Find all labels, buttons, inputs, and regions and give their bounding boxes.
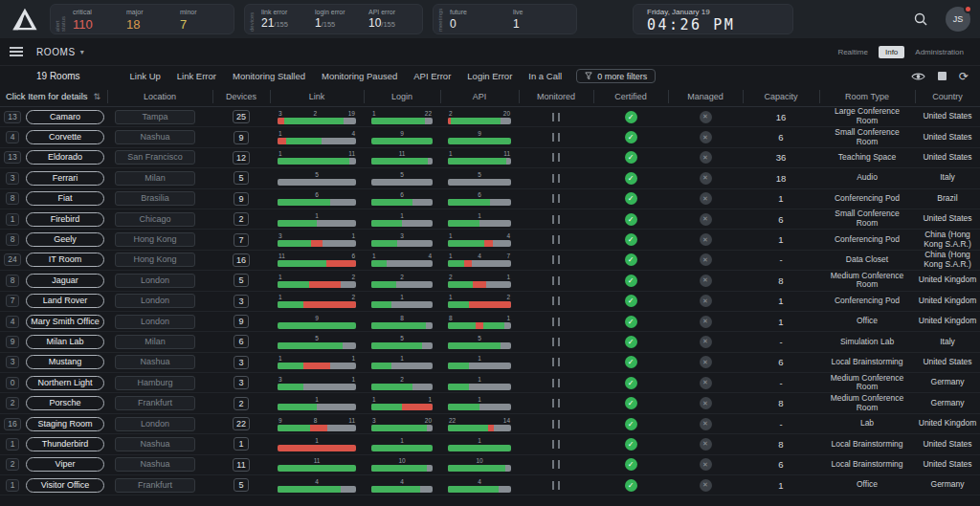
certified-check-icon: ✓ bbox=[625, 151, 637, 164]
room-type-label: Data Closet bbox=[819, 251, 915, 270]
login-status-bar: 1 bbox=[364, 292, 440, 311]
column-room-type[interactable]: Room Type bbox=[819, 92, 915, 101]
table-row[interactable]: 13 Eldorado San Francisco 12 111 11 111 … bbox=[0, 148, 980, 168]
room-name-button[interactable]: Eldorado bbox=[26, 150, 104, 165]
table-row[interactable]: 9 Milan Lab Milan 6 5 5 5 ✓ ✕ - Simulati… bbox=[0, 332, 980, 352]
critical-value: 110 bbox=[73, 18, 115, 31]
table-row[interactable]: 4 Mary Smith Office London 9 9 8 81 ✓ ✕ … bbox=[0, 312, 980, 332]
column-certified[interactable]: Certified bbox=[593, 92, 668, 101]
stat-api-error[interactable]: API error 10/155 bbox=[363, 7, 416, 32]
location-label: Milan bbox=[115, 171, 195, 186]
link-error-label: link error bbox=[261, 9, 303, 15]
stat-link-error[interactable]: link error 21/155 bbox=[256, 7, 309, 32]
table-row[interactable]: 8 Fiat Brasilia 9 6 6 6 ✓ ✕ 1 Conferenci… bbox=[0, 189, 980, 209]
rooms-table: Click Item for details⇅ Location Devices… bbox=[0, 86, 980, 495]
alert-count-badge: 1 bbox=[6, 438, 19, 451]
stat-live-meetings[interactable]: live 1 bbox=[507, 7, 570, 32]
not-managed-icon: ✕ bbox=[700, 295, 712, 307]
refresh-icon[interactable]: ⟳ bbox=[959, 71, 969, 82]
filter-monitoring-stalled[interactable]: Monitoring Stalled bbox=[233, 71, 305, 81]
critical-label: critical bbox=[73, 9, 115, 15]
not-managed-icon: ✕ bbox=[700, 377, 712, 389]
certified-check-icon: ✓ bbox=[625, 418, 637, 430]
room-name-button[interactable]: Ferrari bbox=[26, 171, 104, 186]
stop-square-icon[interactable] bbox=[938, 72, 947, 80]
monitoring-paused-icon bbox=[552, 153, 560, 162]
location-label: Milan bbox=[115, 335, 195, 349]
room-name-button[interactable]: Mary Smith Office bbox=[26, 315, 104, 329]
table-row[interactable]: 7 Land Rover London 3 12 1 12 ✓ ✕ 1 Conf… bbox=[0, 292, 980, 312]
tab-realtime[interactable]: Realtime bbox=[831, 46, 875, 58]
stat-major[interactable]: major 18 bbox=[121, 7, 174, 32]
room-name-button[interactable]: Northern Light bbox=[26, 376, 104, 390]
filter-link-up[interactable]: Link Up bbox=[130, 71, 161, 81]
devices-count: 3 bbox=[234, 356, 249, 369]
devices-count: 11 bbox=[233, 458, 249, 472]
table-row[interactable]: 2 Porsche Frankfurt 2 1 11 1 ✓ ✕ 8 Mediu… bbox=[0, 393, 980, 413]
table-row[interactable]: 4 Corvette Nashua 9 14 9 9 ✓ ✕ 6 Small C… bbox=[0, 127, 980, 147]
column-login[interactable]: Login bbox=[364, 92, 440, 101]
filter-chips: Link Up Link Error Monitoring Stalled Mo… bbox=[130, 71, 563, 81]
table-row[interactable]: 3 Ferrari Milan 5 5 5 5 ✓ ✕ 18 Audio Ita… bbox=[0, 168, 980, 188]
avatar[interactable]: JS bbox=[946, 7, 970, 32]
room-name-button[interactable]: Visitor Office bbox=[26, 478, 104, 493]
column-location[interactable]: Location bbox=[107, 92, 212, 101]
menu-icon[interactable] bbox=[10, 45, 23, 59]
room-name-button[interactable]: Fiat bbox=[26, 191, 104, 206]
room-name-button[interactable]: Viper bbox=[26, 457, 104, 472]
not-managed-icon: ✕ bbox=[700, 316, 712, 328]
table-row[interactable]: 8 Geely Hong Kong 7 31 3 14 ✓ ✕ 1 Confer… bbox=[0, 230, 980, 250]
stat-login-error[interactable]: login error 1/155 bbox=[309, 7, 363, 32]
table-row[interactable]: 1 Thunderbird Nashua 1 1 1 1 ✓ ✕ 8 Local… bbox=[0, 434, 980, 454]
room-name-button[interactable]: Corvette bbox=[26, 130, 104, 144]
table-row[interactable]: 3 Mustang Nashua 3 11 1 1 ✓ ✕ 6 Local Br… bbox=[0, 353, 980, 373]
rooms-dropdown[interactable]: ROOMS ▾ bbox=[36, 47, 84, 57]
table-row[interactable]: 1 Firebird Chicago 2 1 1 1 ✓ ✕ 6 Small C… bbox=[0, 209, 980, 230]
room-name-button[interactable]: Porsche bbox=[26, 396, 104, 410]
stat-critical[interactable]: critical 110 bbox=[67, 7, 121, 32]
column-link[interactable]: Link bbox=[270, 92, 364, 101]
table-row[interactable]: 16 Staging Room London 22 9811 320 2214 … bbox=[0, 414, 980, 434]
tab-info[interactable]: Info bbox=[879, 46, 904, 58]
room-name-button[interactable]: Mustang bbox=[26, 355, 104, 369]
room-name-button[interactable]: Milan Lab bbox=[26, 335, 104, 349]
column-capacity[interactable]: Capacity bbox=[743, 92, 819, 101]
table-row[interactable]: 0 Northern Light Hamburg 3 31 2 1 ✓ ✕ - … bbox=[0, 373, 980, 393]
room-name-button[interactable]: Firebird bbox=[26, 212, 104, 227]
time-label: 04:26 PM bbox=[647, 16, 779, 33]
link-status-bar: 1 bbox=[270, 434, 364, 453]
table-row[interactable]: 8 Jaguar London 5 12 2 21 ✓ ✕ 8 Medium C… bbox=[0, 271, 980, 291]
table-row[interactable]: 1 Visitor Office Frankfurt 5 4 4 4 ✓ ✕ 1… bbox=[0, 475, 980, 495]
api-error-value: 10/155 bbox=[368, 17, 411, 31]
room-name-button[interactable]: Land Rover bbox=[26, 294, 104, 308]
column-devices[interactable]: Devices bbox=[212, 92, 270, 101]
stat-minor[interactable]: minor 7 bbox=[174, 7, 228, 32]
login-status-bar: 4 bbox=[364, 475, 440, 495]
room-name-button[interactable]: Thunderbird bbox=[26, 437, 104, 451]
room-name-button[interactable]: Geely bbox=[26, 232, 104, 247]
tab-administration[interactable]: Administration bbox=[908, 46, 970, 58]
visibility-eye-icon[interactable] bbox=[911, 72, 925, 81]
column-monitored[interactable]: Monitored bbox=[519, 92, 593, 101]
country-label: United Kingdom bbox=[915, 414, 980, 433]
column-api[interactable]: API bbox=[440, 92, 519, 101]
more-filters-button[interactable]: 0 more filters bbox=[576, 69, 656, 83]
room-name-button[interactable]: Jaguar bbox=[26, 274, 104, 288]
table-row[interactable]: 24 IT Room Hong Kong 16 116 14 147 ✓ ✕ -… bbox=[0, 251, 980, 271]
room-name-button[interactable]: Camaro bbox=[26, 110, 104, 124]
not-managed-icon: ✕ bbox=[700, 458, 712, 471]
column-managed[interactable]: Managed bbox=[668, 92, 743, 101]
filter-api-error[interactable]: API Error bbox=[413, 71, 451, 81]
search-icon[interactable] bbox=[913, 11, 928, 27]
filter-in-a-call[interactable]: In a Call bbox=[528, 71, 562, 81]
column-country[interactable]: Country bbox=[915, 92, 980, 101]
filter-monitoring-paused[interactable]: Monitoring Paused bbox=[322, 71, 397, 81]
room-name-button[interactable]: Staging Room bbox=[26, 417, 104, 431]
stat-future-meetings[interactable]: future 0 bbox=[444, 7, 507, 32]
table-row[interactable]: 2 Viper Nashua 11 11 10 10 ✓ ✕ 6 Local B… bbox=[0, 455, 980, 475]
table-row[interactable]: 13 Camaro Tampa 25 3219 122 220 ✓ ✕ 16 L… bbox=[0, 107, 980, 127]
column-click-item[interactable]: Click Item for details⇅ bbox=[0, 91, 107, 101]
filter-login-error[interactable]: Login Error bbox=[467, 71, 512, 81]
room-name-button[interactable]: IT Room bbox=[26, 253, 104, 267]
filter-link-error[interactable]: Link Error bbox=[177, 71, 216, 81]
